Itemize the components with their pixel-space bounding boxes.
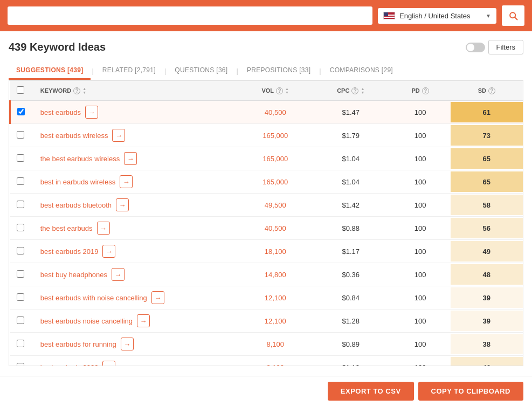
language-selector[interactable]: English / United States ▼ xyxy=(378,8,496,24)
col-header-cpc: CPC?▲▼ xyxy=(312,81,390,101)
col-label-cpc: CPC xyxy=(337,87,349,94)
keyword-arrow-button[interactable]: → xyxy=(112,268,125,281)
table-row: best buy headphones→14,800$0.3610048 xyxy=(10,263,523,286)
row-pd: 100 xyxy=(390,217,451,240)
footer-bar: EXPORT TO CSV COPY TO CLIPBOARD xyxy=(0,376,532,406)
chevron-down-icon: ▼ xyxy=(486,13,491,19)
sd-value: 46 xyxy=(451,357,523,366)
table-row: best in earbuds wireless→165,000$1.04100… xyxy=(10,170,523,194)
row-checkbox[interactable] xyxy=(17,363,24,367)
keyword-arrow-button[interactable]: → xyxy=(102,361,115,366)
row-keyword: the best earbuds wireless→ xyxy=(34,147,239,170)
row-checkbox[interactable] xyxy=(17,108,25,115)
row-checkbox[interactable] xyxy=(17,340,24,347)
table-row: best earbuds with noise cancelling→12,10… xyxy=(10,286,523,309)
row-checkbox-cell xyxy=(10,309,34,333)
keyword-arrow-button[interactable]: → xyxy=(137,314,150,327)
row-checkbox[interactable] xyxy=(17,201,24,208)
col-header-pd: PD? xyxy=(390,81,451,101)
copy-clipboard-button[interactable]: COPY TO CLIPBOARD xyxy=(418,382,523,401)
keyword-arrow-button[interactable]: → xyxy=(116,198,129,211)
search-input[interactable]: best earbuds xyxy=(8,6,372,25)
sort-arrows-keyword[interactable]: ▲▼ xyxy=(82,87,86,94)
row-checkbox-cell xyxy=(10,170,34,194)
row-keyword: best earbuds wireless→ xyxy=(34,124,239,147)
keyword-arrow-button[interactable]: → xyxy=(124,152,137,165)
keyword-text: best earbuds noise cancelling xyxy=(40,317,133,325)
row-cpc: $1.04 xyxy=(312,170,390,194)
row-checkbox[interactable] xyxy=(17,316,24,324)
row-pd: 100 xyxy=(390,286,451,309)
sd-value: 56 xyxy=(451,218,523,238)
keyword-arrow-button[interactable]: → xyxy=(120,175,133,188)
row-vol: 12,100 xyxy=(239,286,312,309)
help-icon-keyword[interactable]: ? xyxy=(73,87,80,94)
row-cpc: $0.84 xyxy=(312,286,390,309)
keyword-text: best earbuds 2019 xyxy=(40,247,99,256)
sd-value: 39 xyxy=(451,311,523,331)
sd-value: 65 xyxy=(451,171,523,192)
row-cpc: $1.04 xyxy=(312,147,390,170)
row-vol: 165,000 xyxy=(239,170,312,194)
row-checkbox-cell xyxy=(10,240,34,263)
tab-separator: | xyxy=(92,67,93,75)
keyword-table: KEYWORD?▲▼VOL?▲▼CPC?▲▼PD?SD? best earbud… xyxy=(9,81,523,366)
help-icon-pd[interactable]: ? xyxy=(422,87,429,94)
filters-button[interactable]: Filters xyxy=(488,40,523,54)
export-csv-button[interactable]: EXPORT TO CSV xyxy=(328,382,414,401)
row-checkbox[interactable] xyxy=(17,224,24,231)
select-all-checkbox[interactable] xyxy=(17,86,24,94)
row-keyword: best earbuds with noise cancelling→ xyxy=(34,286,239,309)
keyword-arrow-button[interactable]: → xyxy=(97,222,110,235)
tab-prepositions[interactable]: PREPOSITIONS [33] xyxy=(239,62,318,80)
sd-value: 48 xyxy=(451,264,523,285)
page-title: 439 Keyword Ideas xyxy=(9,41,106,53)
row-cpc: $1.79 xyxy=(312,124,390,147)
help-icon-vol[interactable]: ? xyxy=(276,87,283,94)
help-icon-sd[interactable]: ? xyxy=(488,87,495,94)
row-keyword: best in earbuds wireless→ xyxy=(34,170,239,194)
row-checkbox-cell xyxy=(10,333,34,356)
col-label-vol: VOL xyxy=(261,87,274,94)
keyword-arrow-button[interactable]: → xyxy=(102,245,115,258)
sort-arrows-vol[interactable]: ▲▼ xyxy=(285,87,289,94)
row-checkbox[interactable] xyxy=(17,131,24,139)
row-checkbox[interactable] xyxy=(17,270,24,278)
tab-related[interactable]: RELATED [2,791] xyxy=(95,62,163,80)
tab-comparisons[interactable]: COMPARISONS [29] xyxy=(322,62,400,80)
keyword-text: best earbuds xyxy=(40,108,81,116)
keyword-arrow-button[interactable]: → xyxy=(112,129,125,142)
row-pd: 100 xyxy=(390,147,451,170)
tab-separator: | xyxy=(164,67,166,75)
row-sd: 49 xyxy=(451,240,523,263)
col-header-vol: VOL?▲▼ xyxy=(239,81,312,101)
row-sd: 48 xyxy=(451,263,523,286)
row-checkbox[interactable] xyxy=(17,247,24,254)
sd-value: 65 xyxy=(451,148,523,169)
keyword-arrow-button[interactable]: → xyxy=(85,106,98,119)
sort-arrows-cpc[interactable]: ▲▼ xyxy=(361,87,364,94)
table-row: best earbuds 2020→8,100$1.1010046 xyxy=(10,356,523,367)
keyword-text: best earbuds 2020 xyxy=(40,363,99,367)
tab-questions[interactable]: QUESTIONS [36] xyxy=(167,62,235,80)
row-checkbox-cell xyxy=(10,263,34,286)
row-keyword: best buy headphones→ xyxy=(34,263,239,286)
row-checkbox-cell xyxy=(10,217,34,240)
keyword-text: best earbuds wireless xyxy=(40,132,108,140)
tab-separator: | xyxy=(319,67,321,75)
row-checkbox[interactable] xyxy=(17,154,24,162)
row-checkbox[interactable] xyxy=(17,293,24,301)
table-row: best earbuds bluetooth→49,500$1.4210058 xyxy=(10,194,523,217)
row-checkbox[interactable] xyxy=(17,177,24,185)
col-label-keyword: KEYWORD xyxy=(40,87,71,94)
help-icon-cpc[interactable]: ? xyxy=(351,87,358,94)
search-button[interactable] xyxy=(502,5,524,26)
table-row: best earbuds 2019→18,100$1.1710049 xyxy=(10,240,523,263)
tab-suggestions[interactable]: SUGGESTIONS [439] xyxy=(9,62,91,80)
row-sd: 39 xyxy=(451,286,523,309)
keyword-text: the best earbuds xyxy=(40,224,93,232)
filter-toggle[interactable] xyxy=(466,43,485,52)
keyword-arrow-button[interactable]: → xyxy=(151,291,164,304)
table-row: the best earbuds→40,500$0.8810056 xyxy=(10,217,523,240)
keyword-arrow-button[interactable]: → xyxy=(121,338,134,350)
